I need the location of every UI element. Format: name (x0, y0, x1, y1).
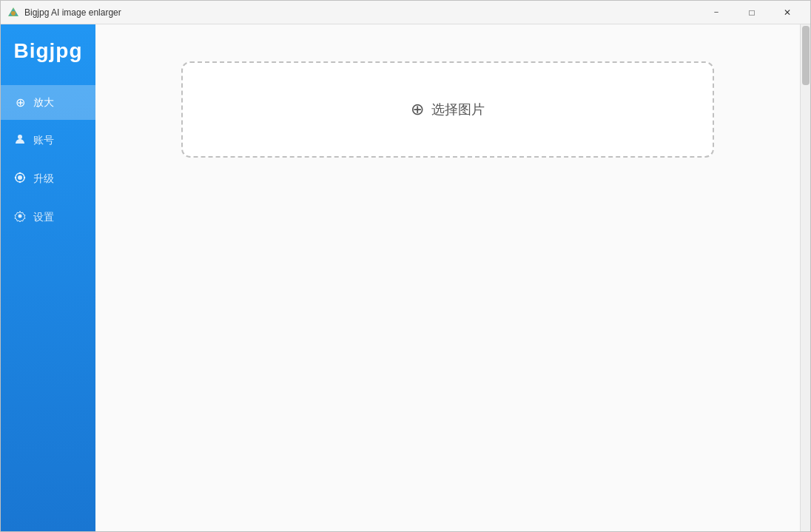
sidebar-item-account-label: 账号 (33, 134, 54, 147)
maximize-button[interactable]: □ (735, 1, 769, 24)
svg-point-7 (19, 181, 21, 183)
sidebar: Bigjpg ⊕ 放大 账号 (1, 24, 95, 531)
enlarge-icon: ⊕ (13, 95, 27, 110)
sidebar-nav: ⊕ 放大 账号 (1, 85, 95, 235)
titlebar-controls: － □ ✕ (699, 1, 804, 24)
svg-point-10 (18, 215, 22, 218)
upload-zone[interactable]: ⊕ 选择图片 (181, 61, 714, 158)
svg-point-2 (11, 11, 16, 16)
settings-icon (13, 210, 27, 225)
svg-point-9 (24, 177, 25, 178)
svg-point-3 (18, 135, 22, 139)
svg-point-8 (15, 177, 16, 178)
upload-text: 选择图片 (431, 101, 485, 118)
sidebar-item-upgrade-label: 升级 (33, 172, 54, 186)
sidebar-logo: Bigjpg (13, 39, 82, 63)
sidebar-item-settings-label: 设置 (33, 211, 54, 224)
titlebar-left: Bigjpg AI image enlarger (7, 6, 121, 19)
scrollbar-track[interactable] (800, 24, 810, 531)
sidebar-item-enlarge[interactable]: ⊕ 放大 (1, 85, 95, 120)
upload-plus-icon: ⊕ (411, 101, 424, 118)
scrollbar-thumb[interactable] (802, 26, 810, 85)
svg-point-6 (19, 172, 21, 174)
titlebar-title: Bigjpg AI image enlarger (24, 7, 121, 18)
sidebar-item-upgrade[interactable]: 升级 (1, 161, 95, 197)
content-area: ⊕ 选择图片 (95, 24, 800, 531)
sidebar-item-account[interactable]: 账号 (1, 123, 95, 158)
account-icon (13, 133, 27, 148)
close-button[interactable]: ✕ (770, 1, 804, 24)
sidebar-item-enlarge-label: 放大 (33, 96, 54, 110)
svg-point-5 (18, 175, 22, 180)
app-icon (7, 6, 20, 19)
minimize-button[interactable]: － (699, 1, 733, 24)
main-area: Bigjpg ⊕ 放大 账号 (1, 24, 810, 531)
sidebar-item-settings[interactable]: 设置 (1, 200, 95, 235)
titlebar: Bigjpg AI image enlarger － □ ✕ (1, 1, 810, 24)
upgrade-icon (13, 172, 27, 186)
app-window: Bigjpg AI image enlarger － □ ✕ Bigjpg ⊕ … (0, 0, 811, 532)
upload-zone-content: ⊕ 选择图片 (411, 101, 485, 118)
